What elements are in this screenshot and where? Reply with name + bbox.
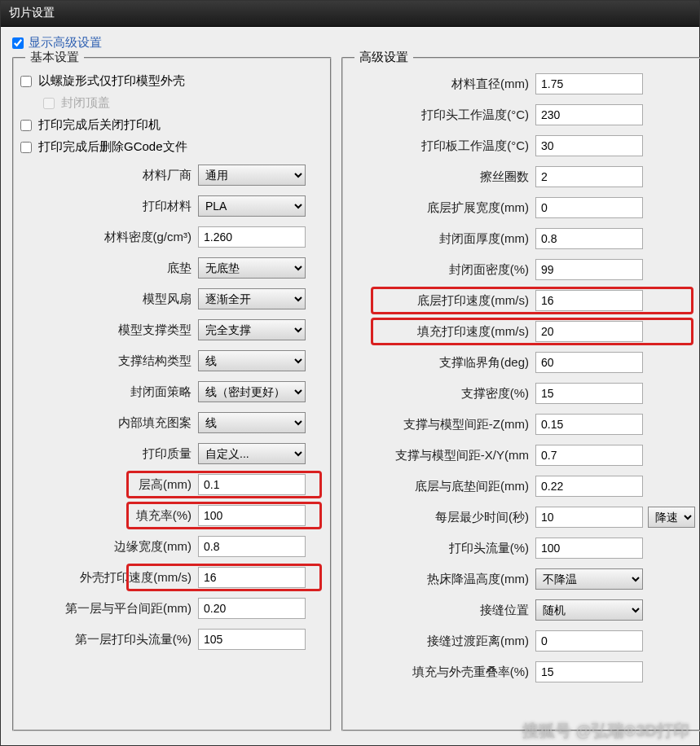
infill-rate-label: 填充率(%) <box>20 508 198 524</box>
base-expand-input[interactable] <box>535 197 643 218</box>
shell-speed-input[interactable] <box>198 567 306 588</box>
bed-temp-input[interactable] <box>535 135 643 156</box>
delete-gcode-checkbox[interactable] <box>20 142 32 153</box>
infill-pattern-label: 内部填充图案 <box>20 415 198 431</box>
vendor-label: 材料厂商 <box>20 168 198 183</box>
support-gap-xy-label: 支撑与模型间距-X/Y(mm <box>346 448 535 463</box>
delete-gcode-option: 打印完成后删除GCode文件 <box>20 139 324 155</box>
min-layer-time-mode[interactable]: 降速 <box>648 507 695 528</box>
infill-rate-input[interactable] <box>198 505 306 526</box>
advanced-wrap: 高级设置 材料直径(mm) 打印头工作温度(°C) 打印板工作温度(°C) 擦丝… <box>341 57 684 731</box>
support-select[interactable]: 完全支撑 <box>198 319 306 340</box>
base-speed-input[interactable] <box>535 290 643 311</box>
infill-speed-label: 填充打印速度(mm/s) <box>346 324 535 340</box>
head-temp-input[interactable] <box>535 104 643 125</box>
min-layer-time-input[interactable] <box>535 507 643 528</box>
base-speed-label: 底层打印速度(mm/s) <box>346 293 535 309</box>
seam-pos-select[interactable]: 随机 <box>535 599 643 621</box>
infill-overlap-label: 填充与外壳重叠率(%) <box>346 665 535 680</box>
infill-overlap-input[interactable] <box>535 661 643 682</box>
diameter-label: 材料直径(mm) <box>346 77 535 92</box>
support-struct-label: 支撑结构类型 <box>20 353 198 369</box>
bed-cool-select[interactable]: 不降温 <box>535 568 643 590</box>
support-struct-select[interactable]: 线 <box>198 350 306 371</box>
seal-thick-input[interactable] <box>535 228 643 249</box>
bed-temp-label: 打印板工作温度(°C) <box>346 138 535 154</box>
base-expand-label: 底层扩展宽度(mm) <box>346 200 535 216</box>
support-density-label: 支撑密度(%) <box>346 386 535 402</box>
shell-speed-label: 外壳打印速度(mm/s) <box>20 570 198 586</box>
first-flow-input[interactable] <box>198 629 306 650</box>
bed-cool-label: 热床降温高度(mm) <box>346 572 535 587</box>
vendor-select[interactable]: 通用 <box>198 165 306 186</box>
seal-density-label: 封闭面密度(%) <box>346 262 535 278</box>
basic-legend: 基本设置 <box>25 50 84 65</box>
fan-label: 模型风扇 <box>20 292 198 307</box>
infill-speed-input[interactable] <box>535 321 643 342</box>
raft-label: 底垫 <box>20 261 198 276</box>
power-off-option: 打印完成后关闭打印机 <box>20 117 324 133</box>
spiral-mode-option: 以螺旋形式仅打印模型外壳 <box>20 73 324 89</box>
first-gap-label: 第一层与平台间距(mm) <box>20 601 198 617</box>
fan-select[interactable]: 逐渐全开 <box>198 288 306 309</box>
power-off-checkbox[interactable] <box>20 120 32 131</box>
slicer-settings-window: 切片设置 显示高级设置 基本设置 以螺旋形式仅打印模型外壳 封闭顶盖 <box>0 0 700 746</box>
seam-pos-label: 接缝位置 <box>346 603 535 618</box>
diameter-input[interactable] <box>535 73 643 94</box>
basic-settings-fieldset: 基本设置 以螺旋形式仅打印模型外壳 封闭顶盖 打印完成后关闭打印机 打印完成后删… <box>12 57 332 731</box>
material-select[interactable]: PLA <box>198 195 306 217</box>
support-angle-label: 支撑临界角(deg) <box>346 355 535 371</box>
wipe-label: 擦丝圈数 <box>346 169 535 185</box>
window-title: 切片设置 <box>9 6 55 19</box>
support-angle-input[interactable] <box>535 352 643 373</box>
density-label: 材料密度(g/cm³) <box>20 230 198 245</box>
first-gap-input[interactable] <box>198 598 306 619</box>
seal-density-input[interactable] <box>535 259 643 280</box>
first-flow-label: 第一层打印头流量(%) <box>20 632 198 647</box>
raft-gap-input[interactable] <box>535 476 643 497</box>
quality-select[interactable]: 自定义... <box>198 443 306 464</box>
seal-strategy-label: 封闭面策略 <box>20 384 198 400</box>
density-input[interactable] <box>198 226 306 248</box>
seal-top-option: 封闭顶盖 <box>43 95 324 111</box>
support-label: 模型支撑类型 <box>20 323 198 338</box>
support-density-input[interactable] <box>535 383 643 404</box>
material-label: 打印材料 <box>20 199 198 214</box>
show-advanced-checkbox[interactable] <box>12 37 24 49</box>
seam-dist-label: 接缝过渡距离(mm) <box>346 634 535 649</box>
seal-thick-label: 封闭面厚度(mm) <box>346 231 535 247</box>
infill-pattern-select[interactable]: 线 <box>198 412 306 433</box>
head-flow-input[interactable] <box>535 538 643 559</box>
advanced-settings-fieldset: 高级设置 材料直径(mm) 打印头工作温度(°C) 打印板工作温度(°C) 擦丝… <box>341 57 700 731</box>
advanced-legend: 高级设置 <box>354 50 413 65</box>
seam-dist-input[interactable] <box>535 630 643 652</box>
support-gap-z-input[interactable] <box>535 414 643 435</box>
seal-strategy-select[interactable]: 线（密封更好） <box>198 381 306 402</box>
spiral-checkbox[interactable] <box>20 76 32 87</box>
edge-width-input[interactable] <box>198 536 306 557</box>
support-gap-z-label: 支撑与模型间距-Z(mm) <box>346 417 535 432</box>
raft-gap-label: 底层与底垫间距(mm) <box>346 479 535 494</box>
layer-height-input[interactable] <box>198 474 306 495</box>
head-flow-label: 打印头流量(%) <box>346 541 535 556</box>
wipe-input[interactable] <box>535 166 643 187</box>
titlebar: 切片设置 <box>1 1 699 27</box>
seal-top-checkbox[interactable] <box>43 98 55 109</box>
min-layer-time-label: 每层最少时间(秒) <box>346 510 535 525</box>
head-temp-label: 打印头工作温度(°C) <box>346 108 535 123</box>
quality-label: 打印质量 <box>20 446 198 462</box>
edge-width-label: 边缘宽度(mm) <box>20 539 198 555</box>
advanced-scroll[interactable]: 材料直径(mm) 打印头工作温度(°C) 打印板工作温度(°C) 擦丝圈数 底层… <box>346 67 698 726</box>
show-advanced-label: 显示高级设置 <box>29 35 102 50</box>
layer-height-label: 层高(mm) <box>20 477 198 493</box>
raft-select[interactable]: 无底垫 <box>198 257 306 279</box>
support-gap-xy-input[interactable] <box>535 445 643 466</box>
content: 显示高级设置 基本设置 以螺旋形式仅打印模型外壳 封闭顶盖 打印完成后关闭打印机 <box>1 27 699 739</box>
